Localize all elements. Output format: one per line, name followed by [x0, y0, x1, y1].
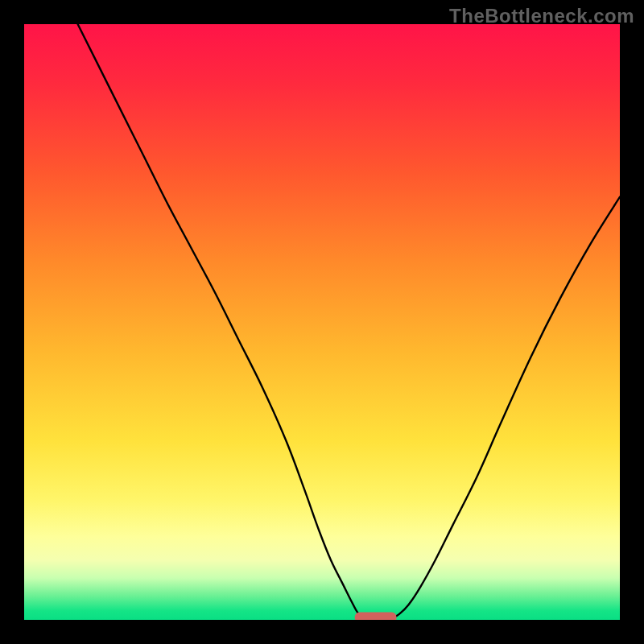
- optimal-marker: [355, 613, 397, 620]
- chart-frame: TheBottleneck.com: [0, 0, 644, 644]
- chart-background: [24, 24, 620, 620]
- bottleneck-chart: [24, 24, 620, 620]
- watermark-text: TheBottleneck.com: [449, 5, 634, 27]
